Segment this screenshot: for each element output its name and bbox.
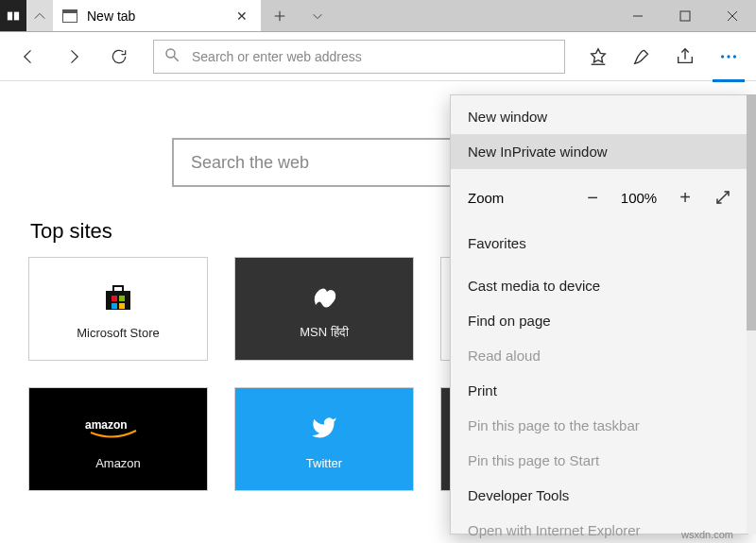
tabs-dropdown-button[interactable] (299, 0, 336, 31)
more-button-active-indicator (713, 79, 745, 82)
zoom-out-button[interactable]: − (577, 182, 608, 212)
menu-cast[interactable]: Cast media to device (451, 268, 747, 303)
minimize-button[interactable] (614, 0, 662, 31)
window-close-button[interactable] (709, 0, 756, 31)
share-button[interactable] (665, 36, 705, 77)
address-placeholder: Search or enter web address (192, 49, 362, 64)
zoom-value: 100% (615, 190, 662, 206)
nav-toolbar: Search or enter web address (0, 32, 756, 81)
zoom-label: Zoom (468, 190, 504, 206)
svg-rect-11 (119, 296, 125, 301)
menu-read-aloud: Read aloud (451, 338, 747, 373)
menu-pin-start: Pin this page to Start (451, 443, 747, 478)
menu-dev-tools[interactable]: Developer Tools (451, 478, 747, 513)
vertical-scrollbar[interactable] (747, 94, 756, 534)
tab-close-button[interactable]: ✕ (236, 8, 248, 24)
tile-label: Microsoft Store (77, 326, 159, 340)
svg-rect-3 (680, 11, 690, 21)
settings-menu: New window New InPrivate window Zoom − 1… (450, 94, 748, 535)
search-icon (163, 46, 180, 66)
notes-button[interactable] (622, 36, 662, 77)
svg-rect-0 (8, 11, 12, 20)
zoom-in-button[interactable]: + (670, 182, 700, 212)
svg-point-8 (733, 55, 736, 58)
menu-print[interactable]: Print (451, 373, 747, 408)
more-button[interactable] (709, 36, 748, 77)
tab-favicon-icon (62, 9, 77, 23)
svg-point-4 (166, 49, 175, 58)
svg-rect-12 (112, 303, 117, 309)
menu-pin-taskbar: Pin this page to the taskbar (451, 408, 747, 443)
tile-label: MSN हिंदी (300, 325, 349, 340)
svg-point-6 (721, 55, 724, 58)
fullscreen-button[interactable] (708, 182, 738, 212)
forward-button[interactable] (53, 36, 94, 77)
tile-label: Twitter (306, 456, 342, 470)
twitter-icon (308, 409, 340, 447)
menu-new-inprivate[interactable]: New InPrivate window (451, 134, 747, 169)
tile-twitter[interactable]: Twitter (234, 387, 414, 491)
tile-amazon[interactable]: amazon Amazon (28, 387, 208, 491)
svg-point-7 (727, 55, 730, 58)
address-bar[interactable]: Search or enter web address (153, 40, 565, 74)
new-tab-button[interactable] (261, 0, 299, 31)
tile-microsoft-store[interactable]: Microsoft Store (28, 257, 208, 361)
favorites-button[interactable] (578, 36, 618, 77)
msn-icon (308, 278, 340, 315)
tab-preview-button[interactable] (26, 0, 53, 31)
tab-title: New tab (87, 8, 135, 24)
back-button[interactable] (8, 36, 49, 77)
web-search-placeholder: Search the web (191, 153, 309, 173)
browser-tab[interactable]: New tab ✕ (53, 0, 261, 31)
menu-favorites[interactable]: Favorites (451, 226, 747, 261)
tile-label: Amazon (95, 456, 141, 470)
svg-rect-13 (119, 303, 125, 309)
svg-rect-1 (14, 11, 19, 20)
svg-rect-9 (106, 291, 130, 310)
taskview-button[interactable] (0, 0, 26, 31)
menu-new-window[interactable]: New window (451, 99, 747, 134)
svg-text:amazon: amazon (85, 418, 128, 432)
title-bar: New tab ✕ (0, 0, 756, 32)
refresh-button[interactable] (98, 36, 140, 77)
tile-msn-hindi[interactable]: MSN हिंदी (234, 257, 414, 361)
menu-find[interactable]: Find on page (451, 303, 747, 338)
window-controls (614, 0, 756, 31)
store-icon (102, 279, 134, 316)
toolbar-right (578, 36, 748, 77)
amazon-icon: amazon (85, 409, 151, 447)
watermark: wsxdn.com (681, 529, 733, 540)
svg-rect-10 (112, 296, 117, 301)
scrollbar-thumb[interactable] (747, 94, 756, 331)
menu-zoom-row: Zoom − 100% + (451, 177, 747, 218)
maximize-button[interactable] (662, 0, 709, 31)
